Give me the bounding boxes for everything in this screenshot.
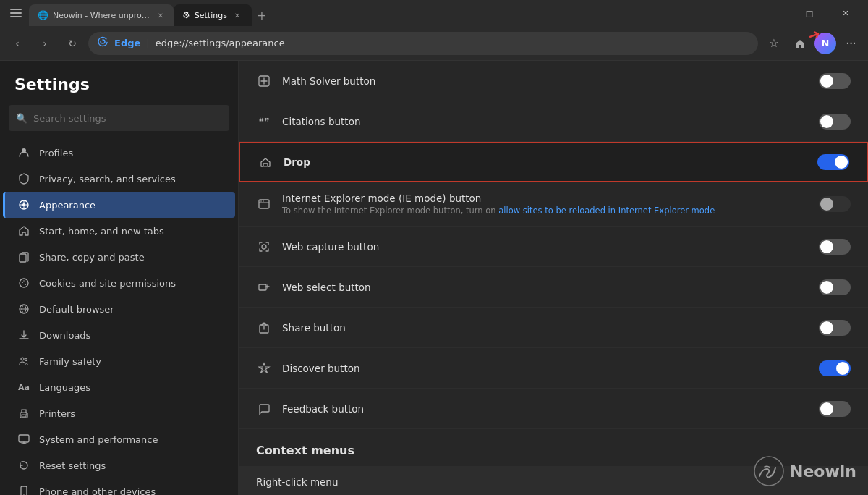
- svg-rect-0: [10, 9, 22, 10]
- citations-row: ❝❞ Citations button: [239, 101, 868, 142]
- ie-mode-title: Internet Explorer mode (IE mode) button: [282, 192, 809, 204]
- privacy-icon: [17, 172, 30, 185]
- sidebar-item-cookies[interactable]: Cookies and site permissions: [3, 270, 235, 296]
- tab-neowin-label: Neowin - Where unprofessional...: [53, 11, 152, 20]
- sidebar-item-appearance[interactable]: Appearance: [3, 192, 235, 218]
- svg-point-16: [26, 413, 27, 415]
- appearance-icon: [17, 198, 30, 211]
- edge-label: Edge: [114, 38, 140, 48]
- sidebar-title: Settings: [0, 75, 238, 105]
- maximize-button[interactable]: □: [793, 0, 826, 26]
- sidebar-item-appearance-label: Appearance: [39, 200, 95, 211]
- svg-point-12: [21, 358, 24, 360]
- ie-mode-toggle[interactable]: [819, 196, 851, 212]
- back-button[interactable]: ‹: [6, 32, 29, 55]
- sidebar-item-start-home[interactable]: Start, home, and new tabs: [3, 218, 235, 244]
- sidebar-item-printers[interactable]: Printers: [3, 400, 235, 426]
- default-browser-icon: [17, 302, 30, 316]
- neowin-text: Neowin: [790, 462, 856, 481]
- ie-mode-content: Internet Explorer mode (IE mode) button …: [282, 192, 809, 216]
- citations-content: Citations button: [282, 116, 809, 127]
- downloads-icon: [17, 329, 30, 342]
- ie-mode-link[interactable]: allow sites to be reloaded in Internet E…: [498, 206, 715, 216]
- web-select-row: Web select button: [239, 267, 868, 308]
- sidebar-item-system[interactable]: System and performance: [3, 426, 235, 452]
- settings-list: Math Solver button ❝❞ Citations button: [239, 61, 868, 495]
- web-select-toggle[interactable]: [819, 279, 851, 295]
- title-bar: 🌐 Neowin - Where unprofessional... ✕ ⚙ S…: [0, 0, 868, 26]
- drop-toggle[interactable]: [817, 154, 849, 170]
- svg-rect-2: [10, 16, 22, 17]
- sidebar-item-languages-label: Languages: [39, 382, 90, 393]
- web-capture-toggle[interactable]: [819, 239, 851, 255]
- right-click-menu-label: Right-click menu: [256, 476, 338, 488]
- sidebar-item-default-browser[interactable]: Default browser: [3, 296, 235, 322]
- citations-icon: ❝❞: [256, 114, 272, 130]
- nav-bar: ‹ › ↻ Edge | edge://settings/appearance …: [0, 26, 868, 61]
- favorites-button[interactable]: ☆: [762, 32, 786, 55]
- web-capture-icon: [256, 239, 272, 255]
- sidebar-item-downloads[interactable]: Downloads: [3, 322, 235, 348]
- nav-right: ☆ ➜ N ···: [762, 32, 862, 55]
- svg-point-23: [260, 200, 262, 202]
- drop-title: Drop: [284, 156, 807, 168]
- sidebar-toggle[interactable]: [6, 3, 26, 23]
- share-toggle[interactable]: [819, 320, 851, 336]
- search-icon: 🔍: [16, 113, 27, 124]
- system-icon: [17, 433, 30, 446]
- sidebar-item-privacy-label: Privacy, search, and services: [39, 174, 176, 185]
- feedback-row: Feedback button: [239, 389, 868, 429]
- sidebar-item-privacy[interactable]: Privacy, search, and services: [3, 166, 235, 192]
- address-bar[interactable]: Edge | edge://settings/appearance: [88, 32, 758, 55]
- math-solver-toggle[interactable]: [819, 73, 851, 89]
- sidebar-item-languages[interactable]: Aa Languages: [3, 374, 235, 400]
- content-area: Math Solver button ❝❞ Citations button: [239, 61, 868, 495]
- sidebar-item-reset[interactable]: Reset settings: [3, 452, 235, 478]
- citations-toggle[interactable]: [819, 114, 851, 130]
- refresh-button[interactable]: ↻: [61, 32, 84, 55]
- address-separator: |: [146, 38, 149, 48]
- feedback-toggle[interactable]: [819, 401, 851, 417]
- tab-neowin-close[interactable]: ✕: [156, 9, 165, 21]
- tab-neowin[interactable]: 🌐 Neowin - Where unprofessional... ✕: [29, 4, 174, 26]
- svg-point-7: [20, 279, 28, 287]
- new-tab-button[interactable]: +: [252, 5, 272, 25]
- sidebar-item-family-safety[interactable]: Family safety: [3, 348, 235, 374]
- sidebar-item-downloads-label: Downloads: [39, 330, 90, 341]
- svg-point-10: [23, 280, 24, 281]
- drop-row: Drop: [239, 142, 868, 182]
- svg-point-24: [263, 200, 264, 202]
- svg-point-13: [25, 359, 27, 361]
- tab-settings[interactable]: ⚙ Settings ✕: [174, 4, 252, 26]
- ie-mode-desc-text: To show the Internet Explorer mode butto…: [282, 206, 498, 216]
- sidebar-item-share-copy[interactable]: Share, copy and paste: [3, 244, 235, 270]
- reset-icon: [17, 459, 30, 472]
- sidebar-item-profiles-label: Profiles: [39, 148, 73, 158]
- sidebar-item-phone[interactable]: Phone and other devices: [3, 478, 235, 495]
- forward-button[interactable]: ›: [33, 32, 56, 55]
- ie-mode-row: Internet Explorer mode (IE mode) button …: [239, 182, 868, 227]
- close-button[interactable]: ✕: [829, 0, 862, 26]
- discover-row: Discover button: [239, 348, 868, 389]
- share-content: Share button: [282, 322, 809, 334]
- drop-button[interactable]: ➜: [788, 32, 812, 55]
- search-settings-box[interactable]: 🔍 Search settings: [9, 105, 229, 131]
- cookies-icon: [17, 276, 30, 289]
- start-home-icon: [17, 224, 30, 237]
- svg-point-5: [22, 203, 25, 206]
- profile-avatar[interactable]: N: [814, 33, 836, 54]
- more-button[interactable]: ···: [839, 32, 862, 55]
- sidebar-item-share-copy-label: Share, copy and paste: [39, 252, 145, 263]
- discover-toggle[interactable]: [819, 360, 851, 376]
- math-solver-title: Math Solver button: [282, 75, 809, 87]
- feedback-title: Feedback button: [282, 403, 809, 415]
- neowin-logo-icon: [754, 456, 784, 486]
- tab-settings-close[interactable]: ✕: [231, 9, 243, 21]
- minimize-button[interactable]: —: [757, 0, 790, 26]
- drop-icon: [258, 154, 273, 170]
- share-copy-icon: [17, 250, 30, 263]
- citations-title: Citations button: [282, 116, 809, 127]
- sidebar-item-profiles[interactable]: Profiles: [3, 140, 235, 166]
- main-layout: Settings 🔍 Search settings Profiles Priv…: [0, 61, 868, 495]
- feedback-content: Feedback button: [282, 403, 809, 415]
